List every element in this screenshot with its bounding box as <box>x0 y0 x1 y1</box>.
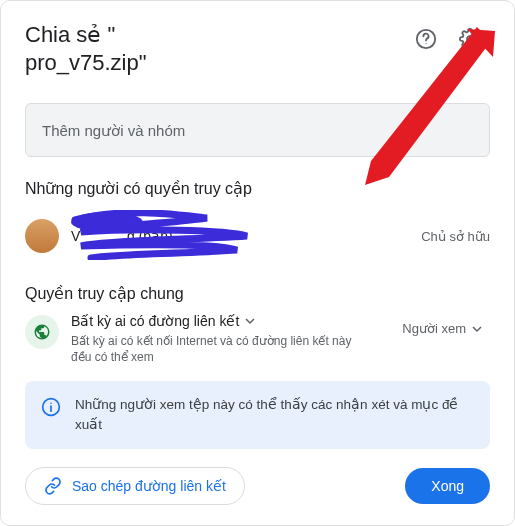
title-prefix: Chia sẻ " <box>25 22 115 47</box>
access-description: Bất kỳ ai có kết nối Internet và có đườn… <box>71 333 371 365</box>
done-button[interactable]: Xong <box>405 468 490 504</box>
caret-down-icon <box>472 324 482 334</box>
header-actions <box>406 19 490 59</box>
access-scope-dropdown[interactable]: Bất kỳ ai có đường liên kết <box>71 313 382 329</box>
dialog-footer: Sao chép đường liên kết Xong <box>25 451 490 505</box>
svg-point-2 <box>467 36 473 42</box>
add-people-input[interactable] <box>25 103 490 157</box>
access-scope-label: Bất kỳ ai có đường liên kết <box>71 313 239 329</box>
info-banner: Những người xem tệp này có thể thấy các … <box>25 381 490 449</box>
general-access-row: Bất kỳ ai có đường liên kết Bất kỳ ai có… <box>25 313 490 365</box>
access-main: Bất kỳ ai có đường liên kết Bất kỳ ai có… <box>71 313 382 365</box>
general-access-title: Quyền truy cập chung <box>25 284 490 303</box>
people-section-title: Những người có quyền truy cập <box>25 179 490 198</box>
dialog-title: Chia sẻ " pro_v75.zip" <box>25 21 406 77</box>
link-icon <box>44 477 62 495</box>
owner-row: V g (bạn) Chủ sở hữu <box>25 208 490 264</box>
title-filename: pro_v75.zip <box>25 50 139 75</box>
title-suffix: " <box>139 50 147 75</box>
add-people-wrapper <box>25 103 490 157</box>
caret-down-icon <box>245 316 255 326</box>
avatar <box>25 219 59 253</box>
help-icon <box>415 28 437 50</box>
share-dialog: Chia sẻ " pro_v75.zip" Những người có qu… <box>0 0 515 526</box>
globe-icon <box>33 323 51 341</box>
gear-icon <box>459 28 481 50</box>
role-dropdown[interactable]: Người xem <box>394 315 490 342</box>
dialog-header: Chia sẻ " pro_v75.zip" <box>25 21 490 77</box>
globe-badge <box>25 315 59 349</box>
copy-link-button[interactable]: Sao chép đường liên kết <box>25 467 245 505</box>
settings-button[interactable] <box>450 19 490 59</box>
owner-info: V g (bạn) <box>71 208 409 264</box>
owner-role: Chủ sở hữu <box>421 229 490 244</box>
info-text: Những người xem tệp này có thể thấy các … <box>75 395 474 435</box>
info-icon <box>41 397 61 417</box>
help-button[interactable] <box>406 19 446 59</box>
owner-name: V g (bạn) <box>71 228 409 244</box>
svg-point-6 <box>50 402 52 404</box>
role-label: Người xem <box>402 321 466 336</box>
copy-link-label: Sao chép đường liên kết <box>72 478 226 494</box>
svg-point-1 <box>425 43 426 44</box>
